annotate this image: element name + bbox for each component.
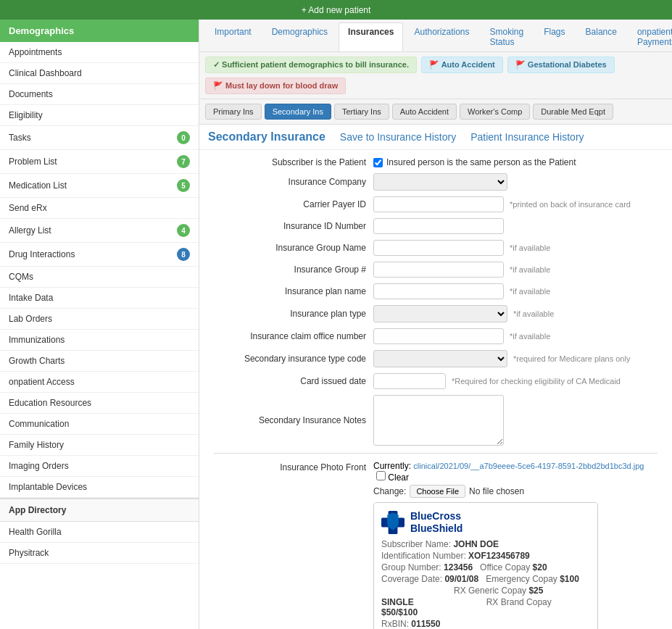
sidebar-item-education-resources[interactable]: Education Resources: [0, 393, 199, 414]
tab-insurances[interactable]: Insurances: [339, 22, 403, 51]
medication-list-badge: 5: [177, 179, 190, 192]
photo-front-current-text: Currently:: [373, 461, 413, 471]
save-to-history-link[interactable]: Save to Insurance History: [340, 131, 456, 143]
subscriber-row: Subscriber is the Patient Insured person…: [214, 157, 658, 167]
photo-front-clear-checkbox[interactable]: [376, 471, 386, 480]
tab-onpatient-payments[interactable]: onpatient Payments: [628, 22, 672, 51]
bcbs-group: 123456: [444, 562, 473, 572]
sidebar-item-label: Send eRx: [9, 203, 47, 213]
sidebar-item-implantable-devices[interactable]: Implantable Devices: [0, 477, 199, 498]
insurance-group-num-row: Insurance Group # *if available: [214, 262, 658, 278]
ins-tab-durable-med[interactable]: Durable Med Eqpt: [533, 104, 613, 120]
sidebar-item-label: CQMs: [9, 272, 33, 282]
sidebar-item-send-erx[interactable]: Send eRx: [0, 198, 199, 219]
insurance-plan-name-label: Insurance plan name: [214, 286, 373, 296]
insurance-id-label: Insurance ID Number: [214, 221, 373, 231]
tasks-badge: 0: [177, 131, 190, 144]
sidebar: Demographics Appointments Clinical Dashb…: [0, 20, 199, 629]
insurance-company-select[interactable]: [373, 173, 507, 191]
insurance-group-name-input[interactable]: [373, 240, 504, 256]
bcbs-rxbin: 011550: [411, 619, 440, 629]
add-patient-label: + Add new patient: [302, 5, 371, 15]
photo-front-no-file: No file chosen: [469, 486, 524, 496]
top-add-bar[interactable]: + Add new patient: [0, 0, 672, 20]
alert-auto-accident: 🚩 Auto Accident: [421, 57, 503, 73]
secondary-type-code-label: Secondary insurance type code: [214, 354, 373, 364]
photo-front-content: Currently: clinical/2021/09/__a7b9eeee-5…: [373, 461, 658, 629]
insurance-plan-name-input[interactable]: [373, 283, 504, 299]
tab-important[interactable]: Important: [205, 22, 261, 51]
ins-tab-tertiary[interactable]: Tertiary Ins: [334, 104, 389, 120]
sidebar-item-cqms[interactable]: CQMs: [0, 267, 199, 288]
subscriber-checkbox-label[interactable]: Insured person is the same person as the…: [373, 157, 576, 167]
sidebar-item-label: Drug Interactions: [9, 249, 75, 259]
sidebar-item-label: Intake Data: [9, 293, 53, 303]
alert-gestational-diabetes: 🚩 Gestational Diabetes: [507, 57, 615, 73]
photo-front-choose-file[interactable]: Choose File: [410, 485, 465, 498]
card-issued-date-input[interactable]: [373, 373, 446, 389]
sidebar-item-problem-list[interactable]: Problem List 7: [0, 150, 199, 174]
sidebar-item-appointments[interactable]: Appointments: [0, 42, 199, 63]
bcbs-rx-generic: $25: [528, 586, 543, 596]
sidebar-header: Demographics: [0, 20, 199, 42]
sidebar-item-label: Education Resources: [9, 398, 91, 408]
photo-front-link[interactable]: clinical/2021/09/__a7b9eeee-5ce6-4197-85…: [413, 462, 644, 470]
sidebar-item-drug-interactions[interactable]: Drug Interactions 8: [0, 243, 199, 267]
sidebar-item-lab-orders[interactable]: Lab Orders: [0, 309, 199, 330]
divider: [214, 453, 658, 454]
sidebar-item-growth-charts[interactable]: Growth Charts: [0, 351, 199, 372]
tab-authorizations[interactable]: Authorizations: [405, 22, 478, 51]
sidebar-item-label: Problem List: [9, 157, 57, 167]
secondary-notes-textarea[interactable]: [373, 395, 504, 446]
sidebar-item-imaging-orders[interactable]: Imaging Orders: [0, 456, 199, 477]
sidebar-item-medication-list[interactable]: Medication List 5: [0, 174, 199, 198]
tab-demographics[interactable]: Demographics: [262, 22, 337, 51]
photo-front-change: Change: Choose File No file chosen: [373, 485, 658, 498]
sidebar-item-label: Imaging Orders: [9, 461, 69, 471]
form-area: Subscriber is the Patient Insured person…: [199, 150, 672, 629]
insurance-company-row: Insurance Company: [214, 173, 658, 191]
subscriber-checkbox[interactable]: [373, 158, 383, 167]
ins-tab-auto-accident[interactable]: Auto Accident: [392, 104, 457, 120]
sidebar-item-intake-data[interactable]: Intake Data: [0, 288, 199, 309]
insurance-claim-office-input[interactable]: [373, 328, 504, 344]
tab-balance[interactable]: Balance: [576, 22, 626, 51]
sidebar-item-communication[interactable]: Communication: [0, 414, 199, 435]
secondary-notes-label: Secondary Insurance Notes: [214, 415, 373, 425]
patient-insurance-history-link[interactable]: Patient Insurance History: [470, 131, 584, 143]
sidebar-item-clinical-dashboard[interactable]: Clinical Dashboard: [0, 63, 199, 84]
sidebar-item-family-history[interactable]: Family History: [0, 435, 199, 456]
insurance-plan-type-select[interactable]: [373, 305, 507, 322]
secondary-type-code-select[interactable]: [373, 350, 507, 367]
bcbs-office-copay: $20: [533, 562, 547, 572]
secondary-type-code-hint: *required for Medicare plans only: [513, 354, 630, 363]
sidebar-item-health-gorilla[interactable]: Health Gorilla: [0, 522, 199, 543]
insurance-photo-front-image: BlueCrossBlueShield Subscriber Name: JOH…: [373, 502, 598, 629]
sidebar-item-eligibility[interactable]: Eligibility: [0, 105, 199, 126]
insurance-group-num-input[interactable]: [373, 262, 504, 278]
carrier-payer-id-input[interactable]: [373, 196, 504, 212]
insurance-id-input[interactable]: [373, 218, 504, 234]
bcbs-type: SINGLE: [381, 597, 414, 607]
tab-smoking-status[interactable]: Smoking Status: [481, 22, 534, 51]
alert-must-lay-down: 🚩 Must lay down for blood draw: [205, 78, 346, 94]
top-nav: Important Demographics Insurances Author…: [199, 20, 672, 52]
sidebar-item-documents[interactable]: Documents: [0, 84, 199, 105]
tab-flags[interactable]: Flags: [534, 22, 574, 51]
sidebar-item-immunizations[interactable]: Immunizations: [0, 330, 199, 351]
ins-tab-secondary[interactable]: Secondary Ins: [265, 104, 331, 120]
sidebar-item-onpatient-access[interactable]: onpatient Access: [0, 372, 199, 393]
insurance-subtabs: Primary Ins Secondary Ins Tertiary Ins A…: [199, 99, 672, 125]
sidebar-item-physitrack[interactable]: Physitrack: [0, 543, 199, 564]
photo-front-change-text: Change:: [373, 486, 406, 496]
ins-tab-workers-comp[interactable]: Worker's Comp: [460, 104, 530, 120]
subscriber-checkbox-text: Insured person is the same person as the…: [386, 157, 576, 167]
problem-list-badge: 7: [177, 155, 190, 168]
sidebar-item-tasks[interactable]: Tasks 0: [0, 126, 199, 150]
sidebar-item-label: Family History: [9, 440, 64, 450]
ins-tab-primary[interactable]: Primary Ins: [205, 104, 262, 120]
sidebar-item-allergy-list[interactable]: Allergy List 4: [0, 219, 199, 243]
content-area: Important Demographics Insurances Author…: [199, 20, 672, 629]
secondary-notes-row: Secondary Insurance Notes: [214, 395, 658, 446]
alert-banners: ✓ Sufficient patient demographics to bil…: [199, 52, 672, 99]
